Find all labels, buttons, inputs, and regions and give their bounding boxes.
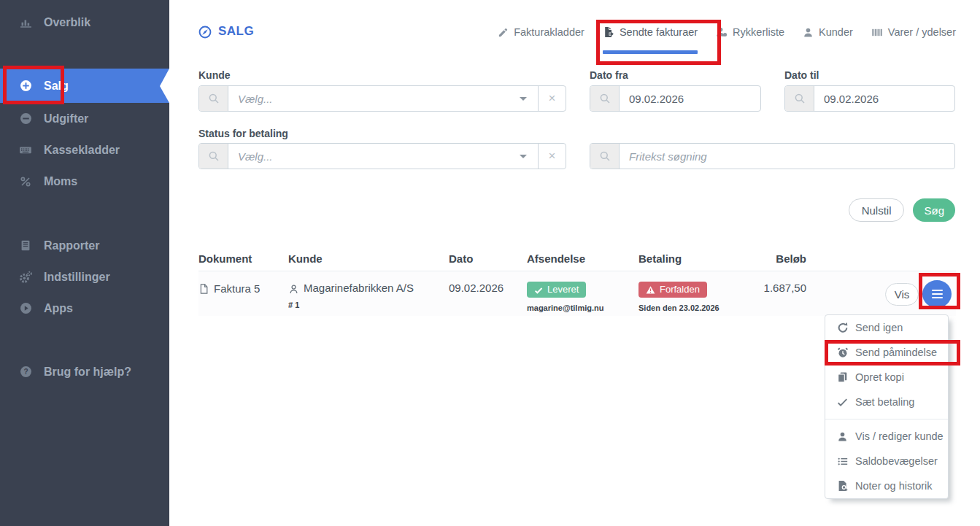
user-icon	[836, 431, 849, 442]
dato-til-value: 09.02.2026	[814, 93, 954, 105]
tab-bar: Fakturakladder Sendte fakturaer Rykkerli…	[498, 26, 956, 38]
nulstil-button[interactable]: Nulstil	[849, 198, 905, 222]
tab-label: Rykkerliste	[733, 26, 784, 38]
file-export-icon	[603, 26, 614, 38]
sidebar-item-label: Udgifter	[44, 112, 88, 125]
tab-fakturakladder[interactable]: Fakturakladder	[498, 26, 584, 38]
sidebar-item-apps[interactable]: Apps	[0, 293, 169, 324]
refresh-icon	[836, 322, 849, 333]
check-icon	[534, 284, 543, 295]
delivery-email: magarine@tilmig.nu	[527, 303, 638, 312]
gears-icon	[18, 271, 33, 284]
kunde-select[interactable]: Vælg... ×	[198, 85, 566, 112]
minus-circle-icon	[18, 112, 33, 125]
tab-rykkerliste[interactable]: Rykkerliste	[716, 26, 784, 38]
search-icon	[785, 86, 814, 111]
bar-chart-icon	[18, 16, 33, 28]
sidebar-item-salg[interactable]: Salg	[0, 69, 169, 103]
warning-icon	[646, 284, 655, 295]
clear-icon[interactable]: ×	[539, 91, 566, 106]
alarm-clock-icon	[836, 347, 849, 358]
col-dokument: Dokument	[198, 252, 288, 265]
question-circle-icon: ?	[18, 366, 33, 378]
sidebar-item-label: Apps	[44, 302, 73, 315]
status-select-placeholder: Vælg...	[228, 150, 509, 163]
report-icon	[18, 239, 33, 252]
tab-label: Fakturakladder	[514, 26, 584, 38]
sidebar-item-label: Overblik	[44, 16, 90, 29]
check-icon	[836, 397, 849, 408]
sidebar-item-udgifter[interactable]: Udgifter	[0, 103, 169, 134]
col-dato: Dato	[449, 252, 527, 265]
col-beloeb: Beløb	[752, 252, 806, 265]
chevron-down-icon[interactable]	[520, 155, 527, 158]
customer-number: # 1	[288, 301, 449, 309]
search-icon	[590, 144, 620, 169]
table-header: Dokument Kunde Dato Afsendelse Betaling …	[198, 252, 806, 265]
vis-button[interactable]: Vis	[885, 283, 919, 306]
sidebar-item-kassekladder[interactable]: Kassekladder	[0, 134, 169, 166]
menu-item-saet-betaling[interactable]: Sæt betaling	[825, 390, 948, 414]
search-icon	[199, 86, 228, 111]
menu-item-vis-rediger-kunde[interactable]: Vis / rediger kunde	[825, 424, 948, 449]
percent-icon	[18, 176, 33, 187]
page-title-label: SALG	[218, 24, 254, 39]
dato-fra-value: 09.02.2026	[620, 93, 760, 105]
sidebar-item-label: Salg	[44, 80, 69, 93]
tab-label: Varer / ydelser	[888, 26, 956, 38]
sidebar-item-indstillinger[interactable]: Indstillinger	[0, 261, 169, 293]
menu-item-label: Saldobevægelser	[855, 455, 938, 467]
delivery-status-badge: Leveret	[527, 282, 586, 298]
tab-label: Sendte fakturaer	[620, 26, 698, 38]
copy-icon	[836, 371, 849, 383]
sidebar-item-label: Rapporter	[44, 239, 99, 252]
col-afsendelse: Afsendelse	[527, 252, 638, 265]
menu-item-noter-historik[interactable]: Noter og historik	[825, 473, 948, 498]
tab-kunder[interactable]: Kunder	[803, 26, 853, 38]
sidebar-item-label: Brug for hjælp?	[44, 366, 131, 379]
tab-varer-ydelser[interactable]: Varer / ydelser	[871, 26, 956, 38]
page-title: SALG	[198, 24, 254, 39]
invoice-amount: 1.687,50	[764, 282, 806, 294]
clear-icon[interactable]: ×	[539, 149, 566, 163]
sidebar-item-rapporter[interactable]: Rapporter	[0, 230, 169, 261]
tab-sendte-fakturaer[interactable]: Sendte fakturaer	[603, 26, 698, 38]
fritekst-input[interactable]	[620, 150, 954, 163]
row-context-menu: Send igen Send påmindelse Opret kopi Sæt…	[825, 314, 949, 499]
dato-til-input[interactable]: 09.02.2026	[784, 85, 955, 112]
kunde-filter-label: Kunde	[198, 69, 231, 81]
customer-name[interactable]: Magarinefabrikken A/S	[304, 282, 414, 294]
sidebar-item-help[interactable]: ? Brug for hjælp?	[0, 356, 169, 387]
menu-item-opret-kopi[interactable]: Opret kopi	[825, 365, 948, 390]
sidebar-item-moms[interactable]: Moms	[0, 166, 169, 197]
dato-fra-label: Dato fra	[590, 69, 628, 81]
file-search-icon	[836, 480, 849, 492]
sidebar-item-label: Kassekladder	[44, 144, 120, 157]
plus-circle-icon	[18, 80, 33, 92]
status-filter-label: Status for betaling	[198, 128, 288, 139]
dato-til-label: Dato til	[784, 69, 819, 81]
col-kunde: Kunde	[288, 252, 449, 265]
active-item-notch	[160, 69, 169, 103]
menu-item-label: Noter og historik	[855, 480, 933, 492]
sidebar-item-label: Indstillinger	[44, 271, 110, 284]
menu-item-send-igen[interactable]: Send igen	[825, 315, 948, 340]
chevron-down-icon[interactable]	[520, 97, 527, 101]
compass-icon	[198, 24, 212, 39]
customer-icon	[288, 282, 299, 295]
filter-actions: Nulstil Søg	[849, 198, 955, 222]
status-select[interactable]: Vælg... ×	[198, 143, 566, 169]
table-row[interactable]: Faktura 5 Magarinefabrikken A/S # 1 09.0…	[198, 271, 956, 316]
tab-label: Kunder	[819, 26, 853, 38]
users-icon	[716, 26, 728, 38]
document-name[interactable]: Faktura 5	[214, 282, 260, 295]
menu-item-send-paamindelse[interactable]: Send påmindelse	[825, 340, 948, 365]
sidebar: Overblik Salg Udgifter Kassekladder Moms…	[0, 0, 169, 526]
sidebar-item-overblik[interactable]: Overblik	[0, 7, 169, 38]
sidebar-item-label: Moms	[44, 175, 77, 188]
search-icon	[199, 144, 228, 169]
soeg-button[interactable]: Søg	[913, 198, 955, 222]
row-menu-button[interactable]	[922, 280, 952, 308]
menu-item-saldobevaegelser[interactable]: Saldobevægelser	[825, 449, 948, 473]
dato-fra-input[interactable]: 09.02.2026	[590, 85, 761, 112]
